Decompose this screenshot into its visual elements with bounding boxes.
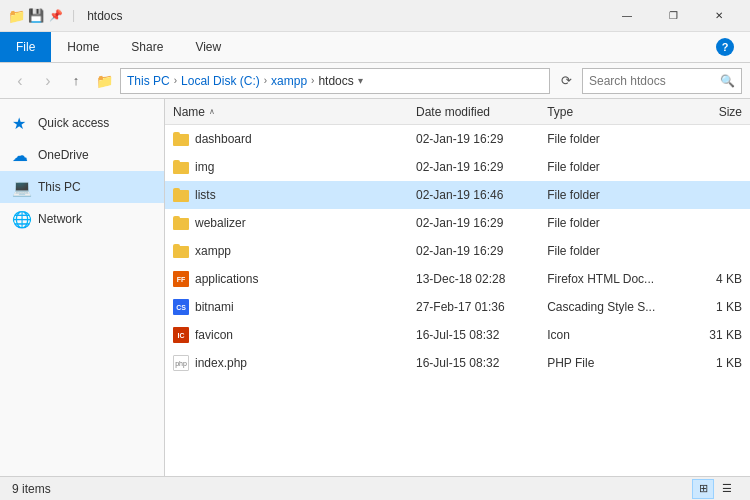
folder-title-icon: 📁 bbox=[8, 8, 24, 24]
close-button[interactable]: ✕ bbox=[696, 0, 742, 32]
folder-icon bbox=[173, 188, 189, 202]
star-icon: ★ bbox=[12, 114, 30, 133]
pin-title-icon: 📌 bbox=[48, 8, 64, 24]
file-name: webalizer bbox=[165, 216, 408, 230]
column-size-label: Size bbox=[719, 105, 742, 119]
ribbon-tabs: File Home Share View ? bbox=[0, 32, 750, 62]
tab-view[interactable]: View bbox=[179, 32, 237, 62]
file-name: FF applications bbox=[165, 271, 408, 287]
file-date: 13-Dec-18 02:28 bbox=[408, 272, 539, 286]
file-name: dashboard bbox=[165, 132, 408, 146]
file-list: dashboard 02-Jan-19 16:29 File folder im… bbox=[165, 125, 750, 476]
file-type: Icon bbox=[539, 328, 679, 342]
breadcrumb-this-pc[interactable]: This PC bbox=[127, 74, 170, 88]
ribbon: File Home Share View ? bbox=[0, 32, 750, 63]
sidebar: ★ Quick access ☁ OneDrive 💻 This PC 🌐 Ne… bbox=[0, 99, 165, 476]
table-row[interactable]: CS bitnami 27-Feb-17 01:36 Cascading Sty… bbox=[165, 293, 750, 321]
breadcrumb-sep-1: › bbox=[174, 75, 177, 86]
folder-icon bbox=[173, 244, 189, 258]
search-icon[interactable]: 🔍 bbox=[720, 74, 735, 88]
ico-file-icon: IC bbox=[173, 327, 189, 343]
html-file-icon: FF bbox=[173, 271, 189, 287]
file-name: php index.php bbox=[165, 355, 408, 371]
tab-home[interactable]: Home bbox=[51, 32, 115, 62]
breadcrumb-sep-3: › bbox=[311, 75, 314, 86]
help-button[interactable]: ? bbox=[700, 32, 750, 62]
file-list-header: Name ∧ Date modified Type Size bbox=[165, 99, 750, 125]
breadcrumb-bar[interactable]: This PC › Local Disk (C:) › xampp › htdo… bbox=[120, 68, 550, 94]
title-bar-icons: 📁 💾 📌 | bbox=[8, 8, 79, 24]
network-icon: 🌐 bbox=[12, 210, 30, 229]
column-date[interactable]: Date modified bbox=[408, 105, 539, 119]
column-name[interactable]: Name ∧ bbox=[165, 105, 408, 119]
file-date: 02-Jan-19 16:29 bbox=[408, 216, 539, 230]
file-name-text: lists bbox=[195, 188, 216, 202]
tab-file[interactable]: File bbox=[0, 32, 51, 62]
table-row[interactable]: xampp 02-Jan-19 16:29 File folder bbox=[165, 237, 750, 265]
sidebar-item-quick-access[interactable]: ★ Quick access bbox=[0, 107, 164, 139]
forward-button[interactable]: › bbox=[36, 69, 60, 93]
file-name-text: index.php bbox=[195, 356, 247, 370]
cloud-icon: ☁ bbox=[12, 146, 30, 165]
sidebar-label-this-pc: This PC bbox=[38, 180, 81, 194]
table-row[interactable]: webalizer 02-Jan-19 16:29 File folder bbox=[165, 209, 750, 237]
sidebar-label-onedrive: OneDrive bbox=[38, 148, 89, 162]
breadcrumb-dropdown-arrow[interactable]: ▾ bbox=[358, 75, 363, 86]
column-type[interactable]: Type bbox=[539, 105, 679, 119]
file-size: 1 KB bbox=[679, 356, 750, 370]
minimize-button[interactable]: — bbox=[604, 0, 650, 32]
table-row[interactable]: dashboard 02-Jan-19 16:29 File folder bbox=[165, 125, 750, 153]
list-view-button[interactable]: ☰ bbox=[716, 479, 738, 499]
main-content: ★ Quick access ☁ OneDrive 💻 This PC 🌐 Ne… bbox=[0, 99, 750, 476]
file-name: xampp bbox=[165, 244, 408, 258]
file-name-text: img bbox=[195, 160, 214, 174]
file-type: File folder bbox=[539, 188, 679, 202]
file-name: IC favicon bbox=[165, 327, 408, 343]
table-row[interactable]: FF applications 13-Dec-18 02:28 Firefox … bbox=[165, 265, 750, 293]
search-box[interactable]: 🔍 bbox=[582, 68, 742, 94]
file-type: File folder bbox=[539, 132, 679, 146]
up-button[interactable]: ↑ bbox=[64, 69, 88, 93]
css-file-icon: CS bbox=[173, 299, 189, 315]
file-name: lists bbox=[165, 188, 408, 202]
sidebar-label-network: Network bbox=[38, 212, 82, 226]
address-bar: ‹ › ↑ 📁 This PC › Local Disk (C:) › xamp… bbox=[0, 63, 750, 99]
view-toggle: ⊞ ☰ bbox=[692, 479, 738, 499]
breadcrumb-sep-2: › bbox=[264, 75, 267, 86]
file-size: 4 KB bbox=[679, 272, 750, 286]
sidebar-item-network[interactable]: 🌐 Network bbox=[0, 203, 164, 235]
title-separator: | bbox=[72, 8, 75, 24]
file-name-text: applications bbox=[195, 272, 258, 286]
php-file-icon: php bbox=[173, 355, 189, 371]
sidebar-item-this-pc[interactable]: 💻 This PC bbox=[0, 171, 164, 203]
table-row[interactable]: img 02-Jan-19 16:29 File folder bbox=[165, 153, 750, 181]
restore-button[interactable]: ❐ bbox=[650, 0, 696, 32]
search-input[interactable] bbox=[589, 74, 720, 88]
folder-icon bbox=[173, 160, 189, 174]
item-count: 9 items bbox=[12, 482, 51, 496]
file-name-text: favicon bbox=[195, 328, 233, 342]
file-name-text: webalizer bbox=[195, 216, 246, 230]
file-type: PHP File bbox=[539, 356, 679, 370]
file-size: 1 KB bbox=[679, 300, 750, 314]
file-date: 02-Jan-19 16:46 bbox=[408, 188, 539, 202]
grid-view-button[interactable]: ⊞ bbox=[692, 479, 714, 499]
column-size[interactable]: Size bbox=[679, 105, 750, 119]
table-row[interactable]: IC favicon 16-Jul-15 08:32 Icon 31 KB bbox=[165, 321, 750, 349]
file-type: Firefox HTML Doc... bbox=[539, 272, 679, 286]
file-name-text: dashboard bbox=[195, 132, 252, 146]
tab-share[interactable]: Share bbox=[115, 32, 179, 62]
folder-icon bbox=[173, 132, 189, 146]
refresh-button[interactable]: ⟳ bbox=[554, 69, 578, 93]
table-row[interactable]: php index.php 16-Jul-15 08:32 PHP File 1… bbox=[165, 349, 750, 377]
file-size: 31 KB bbox=[679, 328, 750, 342]
breadcrumb-htdocs: htdocs bbox=[318, 74, 353, 88]
file-type: File folder bbox=[539, 160, 679, 174]
sidebar-item-onedrive[interactable]: ☁ OneDrive bbox=[0, 139, 164, 171]
breadcrumb-local-disk[interactable]: Local Disk (C:) bbox=[181, 74, 260, 88]
file-date: 27-Feb-17 01:36 bbox=[408, 300, 539, 314]
table-row[interactable]: lists 02-Jan-19 16:46 File folder bbox=[165, 181, 750, 209]
back-button[interactable]: ‹ bbox=[8, 69, 32, 93]
breadcrumb-xampp[interactable]: xampp bbox=[271, 74, 307, 88]
file-name-text: bitnami bbox=[195, 300, 234, 314]
